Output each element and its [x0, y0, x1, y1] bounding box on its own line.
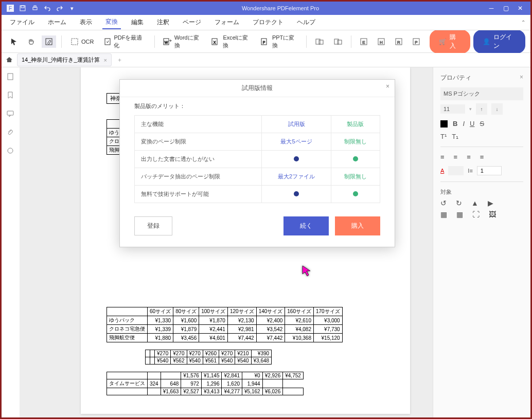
convert-icon-2[interactable] — [330, 35, 346, 48]
tab-filename: 14_神奈川_沖縄行き_運賃計算 — [22, 56, 100, 64]
redo-icon[interactable] — [56, 5, 63, 12]
undo-icon[interactable] — [44, 5, 51, 12]
optimize-button[interactable]: PDFを最適化 — [100, 32, 149, 51]
convert-icon-1[interactable] — [312, 35, 327, 48]
modal-buy-button[interactable]: 購入 — [335, 216, 380, 235]
home-icon[interactable] — [6, 56, 14, 64]
comparison-table: 主な機能 試用版 製品版 変換のページ制限 最大5ページ 制限無し 出力した文書… — [134, 115, 380, 203]
bold-button[interactable]: B — [453, 120, 457, 127]
left-sidebar — [2, 67, 20, 417]
menu-file[interactable]: ファイル — [7, 16, 38, 29]
svg-rect-3 — [21, 6, 24, 8]
flip-v-icon[interactable]: ▶ — [488, 199, 493, 207]
menu-help[interactable]: ヘルプ — [294, 16, 318, 29]
minimize-button[interactable]: ─ — [485, 3, 498, 13]
shape-icon[interactable] — [6, 147, 15, 156]
ocr-button[interactable]: OCR — [67, 35, 97, 48]
register-button[interactable]: 登録 — [134, 216, 172, 235]
line-spacing-input[interactable] — [477, 166, 502, 175]
svg-text:F: F — [9, 6, 12, 11]
svg-rect-5 — [34, 6, 36, 7]
panel-title: プロパティ — [440, 74, 471, 82]
dialog-close-icon[interactable]: × — [386, 83, 389, 90]
align-left-icon[interactable]: ≡ — [440, 153, 445, 161]
to-excel-button[interactable]: XExcelに変換 — [208, 32, 255, 51]
menu-comment[interactable]: 注釈 — [154, 16, 172, 29]
target-label: 対象 — [440, 188, 523, 196]
align-justify-icon[interactable]: ≡ — [480, 153, 484, 161]
highlight-icon[interactable]: A — [440, 168, 444, 174]
menu-protect[interactable]: プロテクト — [250, 16, 287, 29]
svg-text:H: H — [380, 40, 383, 45]
superscript-button[interactable]: T¹ — [440, 133, 447, 140]
color-swatch[interactable] — [440, 120, 448, 127]
panel-close-icon[interactable]: × — [520, 74, 523, 82]
menu-view[interactable]: 表示 — [77, 16, 95, 29]
italic-button[interactable]: I — [463, 120, 465, 127]
object-icon-1[interactable]: ▦ — [440, 210, 447, 218]
thumbnail-icon[interactable] — [6, 72, 15, 82]
comment-icon[interactable] — [6, 110, 15, 119]
underline-button[interactable]: U — [470, 120, 474, 127]
size-up-icon[interactable]: ↑ — [476, 103, 487, 115]
svg-rect-16 — [319, 40, 323, 44]
close-button[interactable]: ✕ — [514, 3, 526, 13]
properties-panel: プロパティ× MS Pゴシック 11 ▾ ↑ ↓ B I U S T¹ T₁ ≡ — [433, 67, 530, 417]
dialog-title: 試用版情報 — [242, 84, 273, 92]
to-ppt-button[interactable]: PPPTに変換 — [258, 32, 301, 51]
object-icon-2[interactable]: ▦ — [456, 210, 463, 218]
align-center-icon[interactable]: ≡ — [454, 153, 458, 161]
rotate-right-icon[interactable]: ↻ — [456, 199, 462, 207]
menu-form[interactable]: フォーム — [211, 16, 242, 29]
format-icon-1[interactable]: E — [357, 35, 371, 48]
svg-text:P: P — [415, 40, 417, 45]
attachment-icon[interactable] — [6, 128, 15, 137]
maximize-button[interactable]: ▢ — [500, 3, 512, 13]
svg-text:R: R — [397, 40, 400, 45]
svg-rect-8 — [105, 39, 110, 45]
subscript-button[interactable]: T₁ — [452, 133, 458, 140]
menu-home[interactable]: ホーム — [45, 16, 69, 29]
size-down-icon[interactable]: ↓ — [491, 103, 503, 115]
font-size-input[interactable]: 11 — [440, 104, 465, 114]
continue-button[interactable]: 続く — [283, 216, 329, 235]
format-icon-3[interactable]: R — [392, 35, 406, 48]
toolbar: OCR PDFを最適化 WWordに変換 XExcelに変換 PPPTに変換 E… — [2, 30, 530, 53]
crop-icon[interactable]: ⛶ — [472, 210, 480, 218]
flip-h-icon[interactable]: ▲ — [471, 199, 478, 207]
to-word-button[interactable]: WWordに変換 — [160, 32, 206, 51]
dialog-subtitle: 製品版のメリット： — [120, 97, 395, 112]
rotate-left-icon[interactable]: ↺ — [440, 199, 447, 207]
tab-close-icon[interactable]: × — [104, 57, 107, 63]
document-tab[interactable]: 14_神奈川_沖縄行き_運賃計算 × — [17, 53, 112, 66]
login-button[interactable]: 👤ログイン — [473, 30, 525, 53]
window-title: Wondershare PDFelement Pro — [76, 5, 485, 11]
menu-convert[interactable]: 変換 — [102, 15, 121, 29]
bookmark-icon[interactable] — [6, 91, 15, 100]
select-tool[interactable] — [7, 35, 21, 48]
image-icon[interactable]: 🖼 — [489, 210, 496, 218]
menu-edit[interactable]: 編集 — [128, 16, 147, 29]
hand-tool[interactable] — [24, 35, 39, 48]
format-icon-4[interactable]: P — [409, 35, 423, 48]
print-icon[interactable] — [31, 5, 39, 12]
new-tab-button[interactable]: ＋ — [112, 56, 128, 64]
format-icon-2[interactable]: H — [374, 35, 388, 48]
titlebar: F ▾ Wondershare PDFelement Pro ─ ▢ ✕ — [2, 2, 530, 15]
svg-text:X: X — [214, 41, 216, 44]
edit-tool[interactable] — [42, 35, 56, 48]
highlight-color[interactable] — [448, 166, 464, 175]
svg-text:E: E — [362, 40, 365, 45]
dropdown-icon[interactable]: ▾ — [68, 5, 76, 12]
fare-table-3: ¥270¥270¥270¥260¥270¥210¥390¥540¥562¥540… — [145, 350, 272, 365]
align-right-icon[interactable]: ≡ — [467, 153, 471, 161]
menu-page[interactable]: ページ — [180, 16, 204, 29]
svg-rect-7 — [72, 39, 78, 45]
buy-button[interactable]: 🛒購入 — [430, 30, 470, 53]
dot-no-icon — [294, 191, 299, 196]
line-spacing-icon[interactable]: I≡ — [468, 168, 472, 174]
collapse-ribbon-icon[interactable]: ⌃ — [521, 20, 525, 25]
save-icon[interactable] — [19, 5, 26, 12]
font-select[interactable]: MS Pゴシック — [440, 87, 523, 100]
strike-button[interactable]: S — [480, 120, 484, 127]
